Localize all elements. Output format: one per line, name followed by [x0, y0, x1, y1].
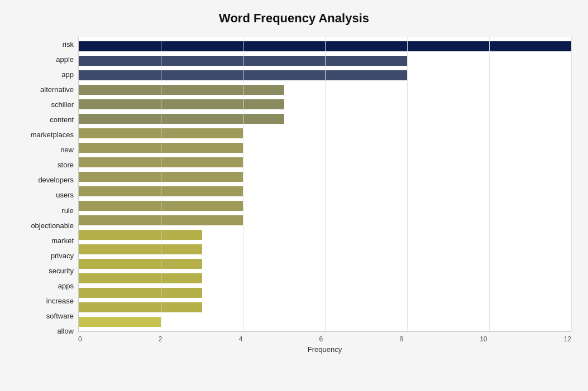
x-tick: 12 [564, 335, 571, 343]
bar [79, 215, 243, 225]
bar [79, 244, 202, 254]
bar-row [79, 228, 571, 242]
x-tick: 6 [319, 335, 323, 343]
y-label: apps [58, 278, 74, 293]
bar-row [79, 69, 571, 82]
bar-row [79, 199, 571, 213]
bar [79, 317, 161, 327]
bar [79, 85, 284, 95]
chart-title: Word Frequency Analysis [17, 11, 571, 26]
x-axis: 024681012 [78, 333, 571, 343]
bar [79, 288, 202, 298]
y-label: market [51, 233, 74, 248]
y-label: privacy [51, 248, 74, 263]
bar [79, 201, 243, 211]
bars-wrapper [78, 37, 571, 332]
bar-row [79, 214, 571, 227]
chart-area: riskappleappalternativeschillercontentma… [17, 37, 571, 339]
y-label: objectionable [31, 218, 74, 233]
bar [79, 56, 407, 66]
bar [79, 273, 202, 283]
bar [79, 70, 407, 80]
bar [79, 186, 243, 196]
x-axis-label: Frequency [78, 345, 571, 354]
bar [79, 302, 202, 312]
bar-row [79, 54, 571, 67]
x-tick: 0 [78, 335, 82, 343]
bar [79, 157, 243, 167]
bar-row [79, 315, 571, 329]
y-label: apple [56, 52, 74, 67]
plot-area: 024681012 Frequency [78, 37, 571, 339]
y-label: developers [38, 172, 74, 187]
y-label: software [46, 308, 74, 324]
bar-row [79, 243, 571, 256]
bar [79, 99, 284, 109]
bar [79, 230, 202, 240]
bar [79, 128, 243, 138]
x-tick: 2 [159, 335, 162, 343]
y-label: increase [46, 293, 74, 308]
x-tick: 10 [480, 335, 487, 343]
bar-row [79, 40, 571, 53]
y-label: risk [63, 37, 74, 52]
grid-line [571, 37, 572, 331]
bar-row [79, 83, 571, 96]
y-label: store [58, 157, 74, 172]
y-label: new [60, 142, 74, 157]
bar [79, 172, 243, 182]
bar-row [79, 185, 571, 198]
bar [79, 143, 243, 153]
y-axis: riskappleappalternativeschillercontentma… [17, 37, 78, 339]
y-label: rule [61, 203, 74, 218]
chart-container: Word Frequency Analysis riskappleappalte… [0, 0, 588, 391]
bar [79, 114, 284, 124]
bar-row [79, 127, 571, 140]
bar-row [79, 257, 571, 271]
y-label: content [50, 112, 74, 127]
x-axis-wrapper: 024681012 Frequency [78, 332, 571, 354]
bar-row [79, 170, 571, 184]
bar-row [79, 272, 571, 285]
y-label: allow [57, 324, 74, 339]
y-label: app [61, 67, 74, 82]
bar-row [79, 98, 571, 111]
x-tick: 4 [239, 335, 243, 343]
y-label: schiller [51, 97, 74, 112]
bar-row [79, 112, 571, 125]
x-tick: 8 [399, 335, 403, 343]
y-label: alternative [40, 82, 74, 97]
bar [79, 259, 202, 269]
bar-row [79, 156, 571, 169]
y-label: security [49, 263, 74, 278]
bar-row [79, 141, 571, 155]
bar-row [79, 286, 571, 300]
bar-row [79, 301, 571, 314]
bar [79, 41, 571, 51]
y-label: users [56, 187, 74, 202]
y-label: marketplaces [31, 127, 74, 142]
